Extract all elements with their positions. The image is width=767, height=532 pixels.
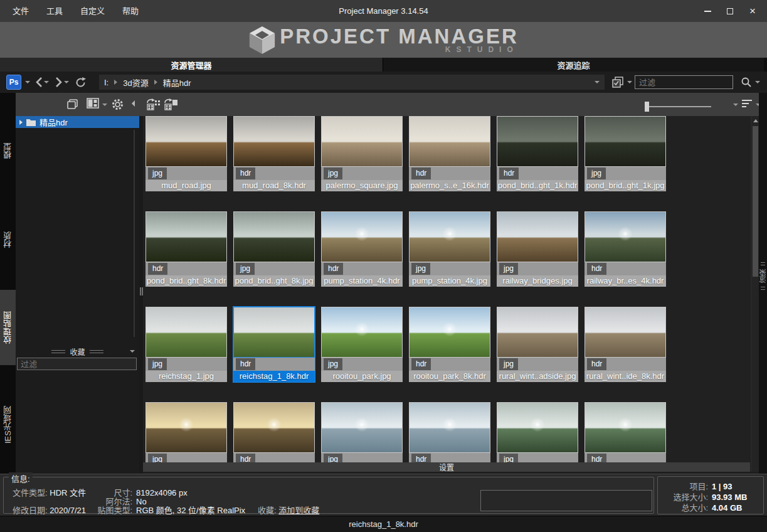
asset-tile-rural_wint..adside.jpg[interactable]: jpgrural_wint..adside.jpg [497, 307, 578, 382]
sidebar-tab-0[interactable]: 模型 [0, 119, 16, 182]
search-dropdown-icon[interactable] [755, 81, 760, 83]
menu-item-3[interactable]: 帮助 [114, 0, 147, 22]
asset-tile-row4-19[interactable]: hdr [233, 402, 315, 462]
asset-tile-railway_bridges.jpg[interactable]: jpgrailway_bridges.jpg [497, 211, 578, 287]
asset-tile-rooitou_park.jpg[interactable]: jpgrooitou_park.jpg [321, 307, 403, 382]
minimize-button[interactable] [699, 3, 716, 19]
update-thumbnails-large-button[interactable] [163, 98, 179, 111]
asset-tile-rooitou_park_8k.hdr[interactable]: hdrrooitou_park_8k.hdr [409, 307, 490, 382]
asset-tile-reichstag_1.jpg[interactable]: jpgreichstag_1.jpg [145, 307, 227, 382]
back-button[interactable] [33, 77, 45, 88]
asset-tile-palermo_square.jpg[interactable]: jpgpalermo_square.jpg [321, 116, 403, 191]
asset-meta: hdrpalermo_s..e_16k.hdr [409, 167, 490, 191]
asset-meta: hdr [585, 453, 666, 462]
back-dropdown-icon[interactable] [44, 81, 49, 83]
sidebar-tab-1[interactable]: 材质 [0, 210, 16, 270]
breadcrumb-item-1[interactable]: 3d资源 [123, 77, 148, 88]
asset-tile-mud_road.jpg[interactable]: jpgmud_road.jpg [145, 116, 227, 191]
gear-icon[interactable] [111, 98, 124, 111]
address-dropdown-icon[interactable] [595, 81, 600, 83]
photoshop-dropdown-icon[interactable] [25, 81, 30, 83]
view-dropdown-icon[interactable] [733, 104, 738, 106]
asset-thumbnail [321, 402, 403, 453]
scroll-up-icon[interactable] [753, 119, 758, 122]
render-panel-label: 渲染 [758, 269, 767, 283]
asset-tile-mud_road_8k.hdr[interactable]: hdrmud_road_8k.hdr [233, 116, 315, 191]
asset-tile-row4-21[interactable]: hdr [409, 402, 490, 462]
asset-filename: pump_station_4k.hdr [321, 275, 403, 287]
render-panel-handle[interactable]: 渲染 [759, 262, 767, 290]
layout-view-button[interactable] [87, 98, 99, 109]
collapse-tree-icon[interactable] [132, 100, 135, 107]
sort-icon[interactable] [742, 100, 752, 109]
menu-item-0[interactable]: 文件 [4, 0, 38, 22]
asset-meta: hdrrooitou_park_8k.hdr [409, 358, 490, 382]
asset-thumbnail [321, 307, 403, 358]
update-thumbnails-small-button[interactable] [145, 98, 161, 111]
layers-dropdown-icon[interactable] [627, 81, 632, 83]
stats-label: 项目: [658, 481, 708, 492]
favorites-filter-input[interactable] [17, 358, 137, 370]
forward-dropdown-icon[interactable] [64, 81, 69, 83]
asset-tile-pond_brid..ght_8k.jpg[interactable]: jpgpond_brid..ght_8k.jpg [233, 211, 315, 287]
format-badge: jpg [324, 454, 342, 462]
forward-button[interactable] [53, 77, 65, 88]
sidebar-tab-2[interactable]: 纹理贴图 [0, 290, 16, 365]
asset-tile-pond_brid..ght_8k.hdr[interactable]: hdrpond_brid..ght_8k.hdr [145, 211, 227, 287]
asset-tile-rural_wint..ide_8k.hdr[interactable]: hdrrural_wint..ide_8k.hdr [585, 307, 666, 382]
layout-dropdown-icon[interactable] [102, 104, 107, 106]
tree-item-folder[interactable]: 精品hdr [16, 116, 139, 128]
asset-meta: jpg [145, 453, 227, 462]
favorites-header[interactable]: 收藏 [16, 346, 139, 356]
breadcrumb-item-2[interactable]: 精品hdr [163, 77, 191, 88]
tab-asset-tracking[interactable]: 资源追踪 [383, 58, 764, 72]
favorites-dropdown-icon[interactable] [130, 350, 135, 353]
asset-tile-row4-20[interactable]: jpg [321, 402, 403, 462]
close-icon: × [749, 6, 756, 16]
close-button[interactable]: × [744, 3, 761, 19]
menu-item-2[interactable]: 自定义 [71, 0, 114, 22]
settings-panel-header[interactable]: 设置 [143, 462, 750, 472]
breadcrumb-item-0[interactable]: I: [104, 78, 108, 87]
asset-tile-railway_br..es_4k.hdr[interactable]: hdrrailway_br..es_4k.hdr [585, 211, 666, 287]
stacked-folders-icon[interactable] [66, 98, 79, 110]
thumbnail-size-slider[interactable] [646, 106, 711, 107]
asset-tile-pump_station_4k.hdr[interactable]: hdrpump_station_4k.hdr [321, 211, 403, 287]
asset-thumbnail [233, 116, 315, 167]
refresh-button[interactable] [74, 77, 87, 88]
sidebar-tab-3[interactable]: IES光域网 [0, 384, 16, 466]
format-badge: hdr [411, 454, 431, 462]
filter-input[interactable] [635, 75, 733, 89]
breadcrumb: I:3d资源精品hdr [104, 77, 191, 88]
asset-tile-pond_brid..ght_1k.jpg[interactable]: jpgpond_brid..ght_1k.jpg [585, 116, 666, 191]
thumbnail-size-slider-handle[interactable] [645, 102, 649, 112]
asset-thumbnail [585, 116, 666, 167]
grid-scrollbar[interactable] [751, 116, 759, 472]
scrollbar-thumb[interactable] [753, 126, 758, 277]
photoshop-button[interactable]: Ps [6, 75, 21, 90]
asset-tile-palermo_s..e_16k.hdr[interactable]: hdrpalermo_s..e_16k.hdr [409, 116, 490, 191]
asset-tile-pond_brid..ght_1k.hdr[interactable]: hdrpond_brid..ght_1k.hdr [497, 116, 578, 191]
navigation-toolbar: Ps I:3d资源精品hdr [0, 72, 767, 93]
asset-tile-row4-23[interactable]: hdr [585, 402, 666, 462]
maximize-button[interactable] [722, 3, 738, 19]
address-bar[interactable]: I:3d资源精品hdr [99, 75, 605, 90]
checked-layers-button[interactable] [611, 77, 625, 88]
info-groupbox: 信息: 文件类型: HDR 文件 修改日期: 2020/7/21 尺寸:8192… [3, 477, 654, 514]
notes-box [480, 490, 652, 511]
tab-asset-manager[interactable]: 资源管理器 [0, 58, 383, 72]
asset-tile-row4-18[interactable]: jpg [145, 402, 227, 462]
asset-tile-row4-22[interactable]: jpg [497, 402, 578, 462]
asset-tile-reichstag_1_8k.hdr[interactable]: hdrreichstag_1_8k.hdr [233, 307, 315, 382]
menu-bar: 文件工具自定义帮助 [0, 0, 147, 22]
search-button[interactable] [740, 77, 753, 88]
format-badge: jpg [148, 454, 167, 462]
asset-meta: hdr [233, 453, 315, 462]
grid-view-icon[interactable] [717, 99, 729, 110]
asset-meta: jpgpalermo_square.jpg [321, 167, 403, 191]
tree-scrollbar[interactable] [134, 130, 135, 337]
expand-arrow-icon[interactable] [19, 120, 23, 125]
asset-tile-pump_station_4k.jpg[interactable]: jpgpump_station_4k.jpg [409, 211, 490, 287]
add-to-favorites-link[interactable]: 添加到收藏 [278, 506, 319, 515]
menu-item-1[interactable]: 工具 [38, 0, 71, 22]
